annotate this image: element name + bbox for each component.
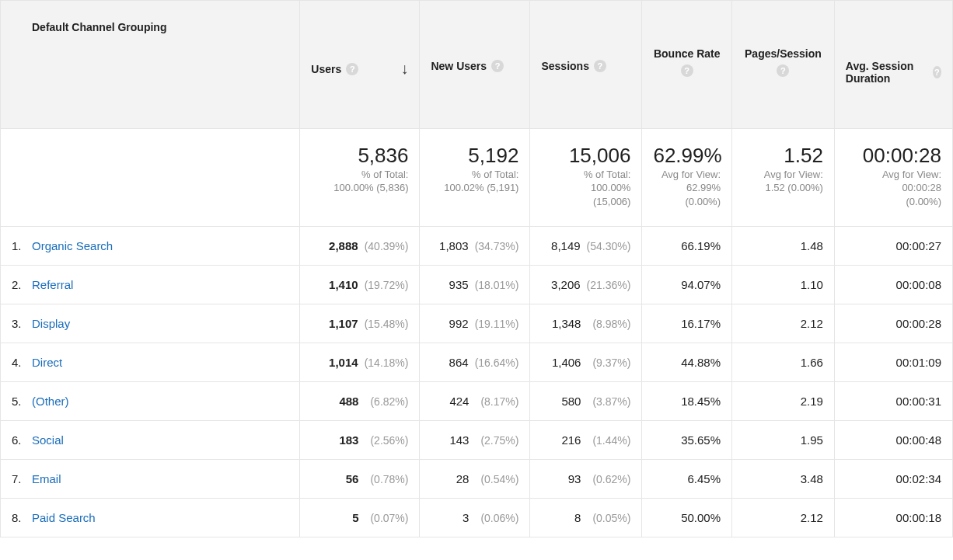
duration-cell: 00:00:08 bbox=[834, 265, 952, 304]
summary-pages-session: 1.52 Avg for View: 1.52 (0.00%) bbox=[732, 129, 835, 227]
bounce-value: 44.88% bbox=[681, 356, 721, 369]
col-header-pages-session[interactable]: Pages/Session ? bbox=[732, 1, 835, 129]
pages-value: 2.12 bbox=[801, 511, 823, 524]
users-pct: (0.07%) bbox=[358, 512, 408, 524]
summary-sub: % of Total: bbox=[431, 168, 518, 182]
table-row: 6.Social183(2.56%)143(2.75%)216(1.44%)35… bbox=[1, 420, 953, 459]
col-header-users[interactable]: Users ? ↓ bbox=[300, 1, 420, 129]
help-icon[interactable]: ? bbox=[491, 60, 504, 72]
summary-value: 15,006 bbox=[541, 144, 630, 168]
sessions-value: 93 bbox=[568, 472, 581, 485]
col-header-sessions[interactable]: Sessions ? bbox=[530, 1, 642, 129]
new-users-value: 864 bbox=[449, 356, 469, 369]
help-icon[interactable]: ? bbox=[681, 64, 693, 77]
dimension-cell: 5.(Other) bbox=[1, 381, 300, 420]
users-pct: (0.78%) bbox=[358, 473, 408, 485]
users-pct: (19.72%) bbox=[358, 279, 409, 291]
channel-link[interactable]: Referral bbox=[32, 278, 73, 291]
channel-link[interactable]: (Other) bbox=[32, 395, 69, 408]
users-cell: 183(2.56%) bbox=[300, 420, 420, 459]
row-number: 8. bbox=[12, 511, 32, 524]
row-number: 2. bbox=[12, 278, 32, 291]
row-number: 6. bbox=[12, 433, 32, 447]
summary-sub: (15,006) bbox=[541, 195, 630, 209]
summary-sub: 1.52 (0.00%) bbox=[743, 181, 823, 195]
duration-cell: 00:01:09 bbox=[834, 343, 952, 381]
row-number: 1. bbox=[12, 239, 32, 252]
bounce-cell: 50.00% bbox=[642, 498, 732, 537]
bounce-cell: 6.45% bbox=[642, 459, 732, 498]
bounce-cell: 66.19% bbox=[642, 226, 732, 265]
new-users-value: 3 bbox=[463, 511, 469, 524]
dimension-cell: 4.Direct bbox=[1, 343, 300, 381]
pages-cell: 2.12 bbox=[732, 498, 835, 537]
channel-link[interactable]: Direct bbox=[32, 356, 62, 369]
table-row: 8.Paid Search5(0.07%)3(0.06%)8(0.05%)50.… bbox=[1, 498, 953, 537]
new-users-pct: (0.54%) bbox=[469, 473, 518, 485]
help-icon[interactable]: ? bbox=[933, 66, 941, 78]
pages-value: 2.19 bbox=[801, 395, 823, 408]
users-value: 183 bbox=[339, 433, 358, 447]
summary-value: 5,192 bbox=[431, 144, 518, 168]
new-users-cell: 992(19.11%) bbox=[420, 304, 530, 343]
channel-link[interactable]: Organic Search bbox=[32, 239, 113, 252]
duration-value: 00:01:09 bbox=[896, 356, 941, 369]
channel-link[interactable]: Social bbox=[32, 433, 64, 447]
col-header-dimension[interactable]: Default Channel Grouping bbox=[1, 1, 300, 129]
sort-desc-icon: ↓ bbox=[396, 60, 408, 78]
summary-value: 5,836 bbox=[311, 144, 408, 168]
new-users-pct: (0.06%) bbox=[469, 512, 518, 524]
users-value: 1,014 bbox=[329, 356, 358, 369]
help-icon[interactable]: ? bbox=[777, 64, 789, 77]
dimension-cell: 1.Organic Search bbox=[1, 226, 300, 265]
row-number: 5. bbox=[12, 395, 32, 408]
table-row: 5.(Other)488(6.82%)424(8.17%)580(3.87%)1… bbox=[1, 381, 953, 420]
dimension-cell: 7.Email bbox=[1, 459, 300, 498]
summary-sub: Avg for View: bbox=[846, 168, 941, 182]
new-users-value: 1,803 bbox=[439, 239, 469, 252]
col-header-bounce-rate[interactable]: Bounce Rate ? bbox=[642, 1, 732, 129]
pages-cell: 1.66 bbox=[732, 343, 835, 381]
channel-link[interactable]: Paid Search bbox=[32, 511, 96, 524]
table-row: 4.Direct1,014(14.18%)864(16.64%)1,406(9.… bbox=[1, 343, 953, 381]
new-users-cell: 1,803(34.73%) bbox=[420, 226, 530, 265]
col-header-label: Pages/Session bbox=[743, 47, 823, 60]
sessions-value: 1,348 bbox=[552, 317, 581, 330]
summary-dimension-cell bbox=[1, 129, 300, 227]
channel-link[interactable]: Display bbox=[32, 317, 70, 330]
col-header-avg-duration[interactable]: Avg. Session Duration ? bbox=[834, 1, 952, 129]
duration-cell: 00:00:18 bbox=[834, 498, 952, 537]
sessions-cell: 8,149(54.30%) bbox=[530, 226, 642, 265]
channel-link[interactable]: Email bbox=[32, 472, 61, 485]
new-users-pct: (34.73%) bbox=[469, 240, 519, 252]
duration-value: 00:00:31 bbox=[896, 395, 941, 408]
duration-value: 00:00:08 bbox=[896, 278, 941, 291]
help-icon[interactable]: ? bbox=[346, 63, 358, 75]
new-users-value: 424 bbox=[449, 395, 469, 408]
users-cell: 1,107(15.48%) bbox=[300, 304, 420, 343]
new-users-cell: 424(8.17%) bbox=[420, 381, 530, 420]
users-value: 2,888 bbox=[329, 239, 358, 252]
dimension-cell: 6.Social bbox=[1, 420, 300, 459]
pages-value: 1.10 bbox=[801, 278, 823, 291]
summary-users: 5,836 % of Total: 100.00% (5,836) bbox=[300, 129, 420, 227]
new-users-cell: 3(0.06%) bbox=[420, 498, 530, 537]
new-users-pct: (19.11%) bbox=[469, 318, 519, 330]
users-value: 5 bbox=[352, 511, 358, 524]
duration-cell: 00:00:31 bbox=[834, 381, 952, 420]
duration-value: 00:02:34 bbox=[896, 472, 941, 485]
col-header-new-users[interactable]: New Users ? bbox=[420, 1, 530, 129]
bounce-cell: 44.88% bbox=[642, 343, 732, 381]
help-icon[interactable]: ? bbox=[594, 60, 606, 72]
duration-value: 00:00:48 bbox=[896, 433, 941, 447]
sessions-pct: (21.36%) bbox=[581, 279, 631, 291]
table-row: 2.Referral1,410(19.72%)935(18.01%)3,206(… bbox=[1, 265, 953, 304]
sessions-value: 1,406 bbox=[552, 356, 581, 369]
duration-value: 00:00:18 bbox=[896, 511, 941, 524]
users-cell: 1,410(19.72%) bbox=[300, 265, 420, 304]
duration-value: 00:00:28 bbox=[896, 317, 941, 330]
sessions-pct: (8.98%) bbox=[581, 318, 630, 330]
pages-cell: 1.48 bbox=[732, 226, 835, 265]
col-header-label: Users bbox=[311, 63, 341, 75]
pages-cell: 1.10 bbox=[732, 265, 835, 304]
